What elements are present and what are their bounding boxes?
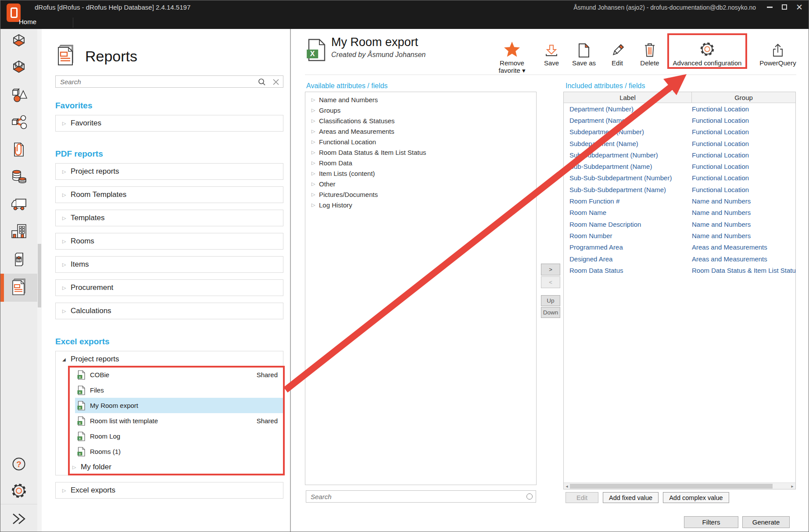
tree-item-log-history[interactable]: ▷Log History <box>305 200 536 210</box>
add-complex-value-button[interactable]: Add complex value <box>663 492 729 503</box>
caret-collapsed-icon[interactable]: ▷ <box>62 308 71 314</box>
caret-collapsed-icon[interactable]: ▷ <box>62 488 71 493</box>
scrollbar-thumb[interactable] <box>570 484 773 489</box>
column-header-group[interactable]: Group <box>692 92 795 103</box>
caret-collapsed-icon[interactable]: ▷ <box>311 171 319 176</box>
scroll-left-icon[interactable]: ◂ <box>564 483 570 489</box>
report-item-cobie[interactable]: xCOBieShared <box>75 367 283 382</box>
tree-item-classifications-statuses[interactable]: ▷Classifications & Statuses <box>305 115 536 126</box>
move-right-button[interactable]: > <box>541 264 560 275</box>
tree-item-item-lists-content-[interactable]: ▷Item Lists (content) <box>305 168 536 179</box>
save-button[interactable]: Save <box>538 39 565 67</box>
close-button[interactable]: ✕ <box>792 0 807 14</box>
caret-collapsed-icon[interactable]: ▷ <box>311 150 319 155</box>
available-search-input[interactable] <box>306 491 536 502</box>
generate-button[interactable]: Generate <box>742 516 790 528</box>
caret-collapsed-icon[interactable]: ▷ <box>311 129 319 134</box>
report-item-rooms-1-[interactable]: xRooms (1) <box>75 444 283 459</box>
reports-search-input[interactable] <box>56 76 283 87</box>
horizontal-scrollbar[interactable]: ◂ ▸ <box>564 482 795 489</box>
clear-search-icon[interactable] <box>272 79 279 86</box>
caret-collapsed-icon[interactable]: ▷ <box>72 464 81 470</box>
advanced-configuration-button[interactable]: Advanced configuration <box>665 39 750 67</box>
tree-item-functional-location[interactable]: ▷Functional Location <box>305 136 536 147</box>
report-item-room-list-with-template[interactable]: xRoom list with templateShared <box>75 413 283 428</box>
rail-item-settings[interactable] <box>0 478 37 503</box>
report-folder-room-templates[interactable]: ▷Room Templates <box>56 187 283 203</box>
rail-item-handbook[interactable] <box>0 247 37 273</box>
tree-item-name-and-numbers[interactable]: ▷Name and Numbers <box>305 94 536 105</box>
move-left-button[interactable]: < <box>541 276 560 288</box>
caret-collapsed-icon[interactable]: ▷ <box>311 139 319 145</box>
report-item-my-room-export[interactable]: xMy Room export <box>75 398 283 413</box>
caret-collapsed-icon[interactable]: ▷ <box>311 192 319 197</box>
table-row[interactable]: Sub-Sub-Subdepartment (Number)Functional… <box>564 172 795 184</box>
rail-item-buildings[interactable] <box>0 218 37 244</box>
remove-favorite-button[interactable]: Removefavorite ▾ <box>494 39 530 74</box>
report-folder-procurement[interactable]: ▷Procurement <box>56 280 283 296</box>
table-row[interactable]: Room Data StatusRoom Data Status & Item … <box>564 264 795 276</box>
table-row[interactable]: Sub-Subdepartment (Number)Functional Loc… <box>564 149 795 161</box>
table-row[interactable]: Department (Name)Functional Location <box>564 114 795 126</box>
rail-item-items[interactable] <box>0 110 37 135</box>
caret-collapsed-icon[interactable]: ▷ <box>311 160 319 166</box>
caret-collapsed-icon[interactable]: ▷ <box>62 121 71 126</box>
search-icon[interactable] <box>258 78 266 86</box>
scroll-right-icon[interactable]: ▸ <box>789 483 795 489</box>
tree-item-other[interactable]: ▷Other <box>305 179 536 189</box>
delete-button[interactable]: Delete <box>634 39 666 67</box>
report-folder-excel-exports[interactable]: ▷Excel exports <box>56 482 283 498</box>
caret-expanded-icon[interactable]: ◢ <box>62 357 71 362</box>
table-row[interactable]: Room NumberName and Numbers <box>564 230 795 241</box>
tree-item-pictures-documents[interactable]: ▷Pictures/Documents <box>305 189 536 200</box>
table-row[interactable]: Subdepartment (Name)Functional Location <box>564 138 795 149</box>
report-folder-project-reports[interactable]: ▷Project reports <box>56 164 283 179</box>
report-item-room-log[interactable]: xRoom Log <box>75 428 283 444</box>
table-row[interactable]: Room Function #Name and Numbers <box>564 195 795 207</box>
report-item-files[interactable]: xFiles <box>75 382 283 398</box>
report-folder-project-reports[interactable]: ◢Project reports <box>56 351 283 367</box>
caret-collapsed-icon[interactable]: ▷ <box>311 118 319 124</box>
tree-item-room-data-status-item-list-status[interactable]: ▷Room Data Status & Item List Status <box>305 147 536 157</box>
rail-item-classification[interactable] <box>0 82 37 108</box>
caret-collapsed-icon[interactable]: ▷ <box>311 97 319 103</box>
report-folder-favorites[interactable]: ▷Favorites <box>56 115 283 131</box>
table-row[interactable]: Sub-Sub-Subdepartment (Name)Functional L… <box>564 184 795 195</box>
table-row[interactable]: Department (Number)Functional Location <box>564 103 795 114</box>
report-folder-rooms[interactable]: ▷Rooms <box>56 233 283 249</box>
scrollbar-thumb[interactable] <box>38 244 41 307</box>
minimize-button[interactable] <box>762 0 777 14</box>
table-row[interactable]: Room Name DescriptionName and Numbers <box>564 218 795 230</box>
caret-collapsed-icon[interactable]: ▷ <box>311 181 319 187</box>
caret-collapsed-icon[interactable]: ▷ <box>62 215 71 221</box>
caret-collapsed-icon[interactable]: ▷ <box>62 239 71 244</box>
rail-item-reports[interactable] <box>0 274 37 302</box>
rail-item-expand[interactable] <box>0 506 37 532</box>
caret-collapsed-icon[interactable]: ▷ <box>62 262 71 268</box>
powerquery-button[interactable]: PowerQuery <box>753 39 803 67</box>
reports-panel-scrollbar[interactable] <box>37 29 42 532</box>
rail-item-database[interactable] <box>0 164 37 189</box>
add-fixed-value-button[interactable]: Add fixed value <box>603 492 659 503</box>
caret-collapsed-icon[interactable]: ▷ <box>62 169 71 175</box>
edit-value-button[interactable]: Edit <box>566 492 598 503</box>
report-folder-templates[interactable]: ▷Templates <box>56 210 283 226</box>
move-up-button[interactable]: Up <box>541 295 560 306</box>
table-row[interactable]: Programmed AreaAreas and Measurements <box>564 242 795 253</box>
rail-item-logistics[interactable] <box>0 191 37 217</box>
caret-collapsed-icon[interactable]: ▷ <box>62 192 71 198</box>
rail-item-rooms[interactable] <box>0 29 37 54</box>
column-header-label[interactable]: Label <box>564 92 692 103</box>
menu-home[interactable]: Home <box>19 18 36 25</box>
rail-item-room-function[interactable] <box>0 55 37 81</box>
caret-collapsed-icon[interactable]: ▷ <box>62 285 71 291</box>
rail-item-help[interactable]: ? <box>0 451 37 477</box>
caret-collapsed-icon[interactable]: ▷ <box>311 202 319 208</box>
maximize-button[interactable] <box>777 0 792 14</box>
report-folder-my-folder[interactable]: ▷My folder <box>56 459 283 475</box>
tree-item-areas-and-measurements[interactable]: ▷Areas and Measurements <box>305 126 536 136</box>
report-folder-items[interactable]: ▷Items <box>56 257 283 272</box>
filters-button[interactable]: Filters <box>684 516 738 528</box>
tree-item-groups[interactable]: ▷Groups <box>305 105 536 115</box>
move-down-button[interactable]: Down <box>541 307 560 318</box>
